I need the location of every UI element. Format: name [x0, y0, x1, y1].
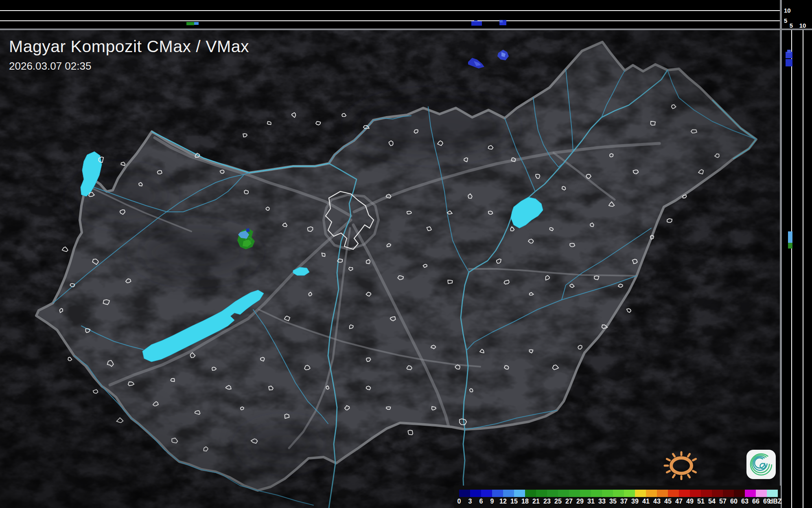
cross-section-echo — [787, 50, 791, 53]
sun-ray — [693, 471, 696, 473]
cross-section-echo — [186, 22, 194, 25]
dbz-color-segment — [745, 490, 756, 497]
metnet-logo-link[interactable] — [663, 446, 781, 483]
sun-ray — [688, 475, 690, 477]
cross-section-echo — [499, 20, 503, 22]
dbz-color-segment — [767, 490, 778, 497]
metnet-app-icon — [746, 450, 776, 479]
top-axis-tick-5: 5 — [784, 17, 787, 24]
dbz-color-segment — [602, 490, 613, 497]
dbz-tick-label: 49 — [686, 498, 694, 505]
dbz-tick-label: 47 — [675, 498, 683, 505]
top-axis-tick-10: 10 — [784, 7, 791, 14]
dbz-tick-label: 31 — [587, 498, 595, 505]
dbz-tick-label: 66 — [752, 498, 759, 505]
height-scale-line — [791, 30, 792, 508]
height-scale-line — [803, 30, 803, 508]
dbz-color-segment — [734, 490, 745, 497]
cross-section-echo — [788, 231, 792, 243]
dbz-tick-label: 57 — [719, 498, 727, 505]
cross-section-echo — [786, 59, 792, 66]
dbz-tick-label: 29 — [576, 498, 584, 505]
dbz-color-segment — [591, 490, 602, 497]
dbz-tick-label: 0 — [457, 498, 461, 505]
dbz-color-segment — [525, 490, 536, 497]
dbz-tick-label: 21 — [532, 498, 540, 505]
title-block: Magyar Kompozit CMax / VMax 2026.03.07 0… — [9, 37, 249, 73]
sun-ray — [673, 475, 675, 477]
dbz-color-segment — [503, 490, 514, 497]
sun-ray — [693, 459, 696, 461]
dbz-tick-label: 27 — [565, 498, 573, 505]
dbz-tick-label: 37 — [620, 498, 628, 505]
vertical-divider — [780, 0, 782, 508]
dbz-color-segment — [558, 490, 569, 497]
dbz-unit-label: dBZ — [769, 498, 781, 505]
right-axis-tick-10: 10 — [799, 22, 806, 29]
dbz-color-segment — [514, 490, 525, 497]
dbz-colorbar-panel: 0369121518212325272931333537394143454749… — [454, 486, 781, 508]
dbz-tick-label: 3 — [468, 498, 472, 505]
dbz-color-segment — [657, 490, 668, 497]
sun-ray — [673, 454, 675, 456]
height-scale-line — [0, 10, 780, 11]
cross-section-echo — [194, 22, 199, 25]
sun-icon — [665, 452, 696, 479]
right-cross-section — [782, 0, 812, 508]
page-title: Magyar Kompozit CMax / VMax — [9, 37, 249, 56]
dbz-color-segment — [635, 490, 646, 497]
timestamp: 2026.03.07 02:35 — [9, 60, 249, 73]
dbz-tick-label: 9 — [490, 498, 494, 505]
dbz-tick-label: 45 — [664, 498, 672, 505]
dbz-color-segment — [547, 490, 558, 497]
dbz-color-segment — [723, 490, 734, 497]
dbz-tick-label: 6 — [479, 498, 483, 505]
dbz-color-segment — [470, 490, 481, 497]
horizontal-divider — [0, 29, 812, 30]
dbz-color-segment — [613, 490, 624, 497]
cross-section-echo — [474, 20, 477, 22]
dbz-tick-label: 43 — [653, 498, 661, 505]
dbz-tick-label: 15 — [510, 498, 518, 505]
radar-composite-app: Magyar Kompozit CMax / VMax 2026.03.07 0… — [0, 0, 812, 508]
dbz-color-segment — [459, 490, 470, 497]
sun-ray — [667, 471, 670, 473]
cross-section-echo — [788, 243, 792, 249]
dbz-color-segment — [690, 490, 701, 497]
top-cross-section — [0, 0, 812, 29]
dbz-tick-label: 25 — [554, 498, 562, 505]
right-axis-tick-5: 5 — [790, 22, 793, 29]
dbz-tick-label: 60 — [730, 498, 738, 505]
dbz-color-segment — [668, 490, 679, 497]
dbz-color-segment — [624, 490, 635, 497]
dbz-color-segment — [756, 490, 767, 497]
dbz-color-segment — [712, 490, 723, 497]
dbz-color-segment — [536, 490, 547, 497]
dbz-tick-label: 51 — [697, 498, 705, 505]
dbz-tick-label: 23 — [543, 498, 551, 505]
dbz-color-segment — [492, 490, 503, 497]
dbz-tick-label: 35 — [609, 498, 617, 505]
dbz-tick-label: 33 — [598, 498, 606, 505]
dbz-color-segment — [481, 490, 492, 497]
map-area — [0, 30, 781, 508]
dbz-color-segment — [701, 490, 712, 497]
dbz-colorbar — [459, 490, 778, 497]
dbz-tick-label: 18 — [521, 498, 529, 505]
dbz-tick-label: 12 — [499, 498, 507, 505]
radar-map-canvas — [0, 0, 812, 508]
dbz-tick-label: 41 — [642, 498, 650, 505]
height-scale-line — [0, 20, 780, 21]
dbz-tick-label: 54 — [708, 498, 716, 505]
sun-ray — [667, 459, 670, 461]
dbz-color-segment — [679, 490, 690, 497]
sun-ray — [688, 454, 690, 456]
dbz-tick-label: 63 — [741, 498, 749, 505]
dbz-color-segment — [580, 490, 591, 497]
dbz-color-segment — [569, 490, 580, 497]
vignette — [0, 30, 781, 508]
dbz-tick-label: 39 — [631, 498, 639, 505]
dbz-color-segment — [646, 490, 657, 497]
